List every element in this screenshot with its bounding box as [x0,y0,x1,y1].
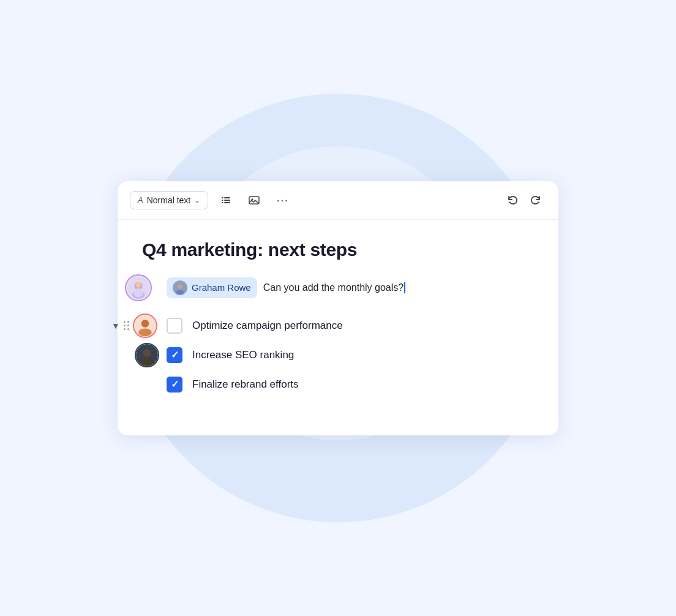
svg-point-15 [176,290,184,294]
avatar-2 [133,314,157,338]
drag-handle[interactable] [124,321,129,330]
toolbar-left: A Normal text ⌄ [130,190,495,211]
comment-text: Can you add the monthly goals? [263,280,405,295]
mention-name: Graham Rowe [192,282,251,293]
checkbox-3[interactable] [167,377,182,393]
text-style-label: Normal text [147,195,191,205]
image-button[interactable] [244,190,265,211]
checklist-item-1: ▼ Optimi [167,318,534,334]
text-format-icon: A [138,195,143,205]
image-icon [248,194,260,206]
chevron-icon[interactable]: ▼ [111,321,120,331]
svg-point-12 [134,288,143,297]
chevron-down-icon: ⌄ [194,196,200,205]
row-controls-1: ▼ [111,314,157,338]
list-button[interactable] [216,190,236,211]
svg-point-21 [140,358,154,366]
editor-container: A Normal text ⌄ [118,181,558,435]
svg-point-18 [138,328,152,336]
undo-icon [506,194,519,206]
svg-rect-0 [224,197,230,198]
checklist-label-2: Increase SEO ranking [192,348,294,362]
checkbox-2[interactable] [167,347,182,363]
toolbar: A Normal text ⌄ [118,181,558,220]
checkbox-1[interactable] [167,318,182,334]
svg-point-11 [135,282,141,288]
svg-rect-4 [222,200,223,201]
text-cursor [404,282,405,293]
ellipsis-icon: ··· [276,193,288,207]
document-title: Q4 marketing: next steps [142,239,534,260]
text-style-selector[interactable]: A Normal text ⌄ [130,191,208,209]
avatar-3 [135,343,159,367]
svg-rect-5 [222,202,223,203]
svg-point-17 [141,320,149,328]
checklist-item-3: Finalize rebrand efforts [167,377,534,393]
editor-body: Q4 marketing: next steps [118,220,558,435]
checklist-label-3: Finalize rebrand efforts [192,377,299,392]
mention-avatar [173,280,187,295]
list-icon [220,194,232,206]
avatar-1 [125,274,152,301]
redo-button[interactable] [525,190,546,211]
svg-rect-1 [224,200,230,201]
checklist-item-2: Increase SEO ranking [167,347,534,363]
svg-point-20 [143,349,151,357]
undo-button[interactable] [502,190,523,211]
svg-rect-2 [224,202,230,203]
redo-icon [530,194,542,206]
mention-chip: Graham Rowe [167,277,257,298]
svg-point-14 [178,284,182,288]
toolbar-right [502,190,546,211]
more-options-button[interactable]: ··· [272,190,293,211]
comment-row: Graham Rowe Can you add the monthly goal… [167,277,534,298]
svg-rect-3 [222,197,223,198]
checklist-label-1: Optimize campaign performance [192,318,343,333]
